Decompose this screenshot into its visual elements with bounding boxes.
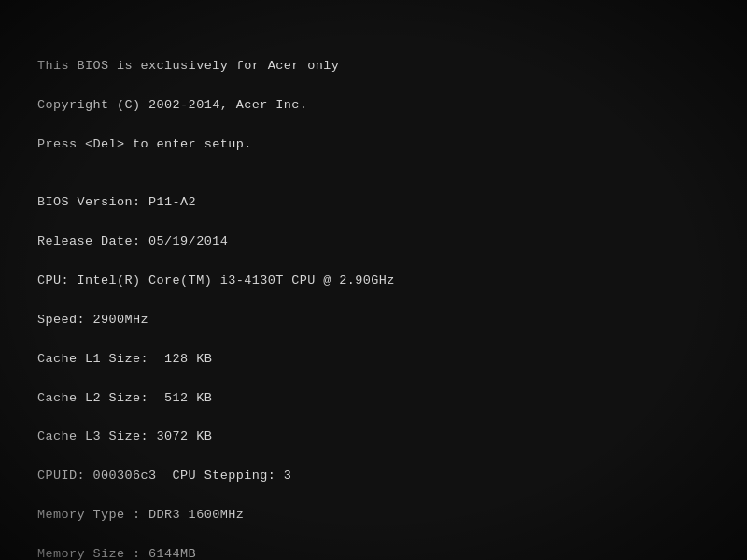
bios-memory-size: Memory Size : 6144MB bbox=[37, 547, 196, 560]
bios-screen: This BIOS is exclusively for Acer only C… bbox=[0, 0, 747, 560]
bios-version: BIOS Version: P11-A2 bbox=[37, 195, 196, 209]
bios-memory-type: Memory Type : DDR3 1600MHz bbox=[37, 508, 244, 522]
bios-line-header3: Press <Del> to enter setup. bbox=[37, 137, 252, 151]
bios-cache-l1: Cache L1 Size: 128 KB bbox=[37, 352, 212, 366]
bios-cache-l3: Cache L3 Size: 3072 KB bbox=[37, 429, 212, 443]
bios-content: This BIOS is exclusively for Acer only C… bbox=[37, 37, 585, 560]
bios-line-header1: This BIOS is exclusively for Acer only bbox=[37, 59, 339, 73]
bios-line-header2: Copyright (C) 2002-2014, Acer Inc. bbox=[37, 98, 307, 112]
bios-cpuid: CPUID: 000306c3 CPU Stepping: 3 bbox=[37, 469, 291, 483]
bios-release-date: Release Date: 05/19/2014 bbox=[37, 234, 228, 248]
bios-cpu: CPU: Intel(R) Core(TM) i3-4130T CPU @ 2.… bbox=[37, 273, 395, 287]
bios-cache-l2: Cache L2 Size: 512 KB bbox=[37, 391, 212, 405]
bios-speed: Speed: 2900MHz bbox=[37, 313, 148, 327]
